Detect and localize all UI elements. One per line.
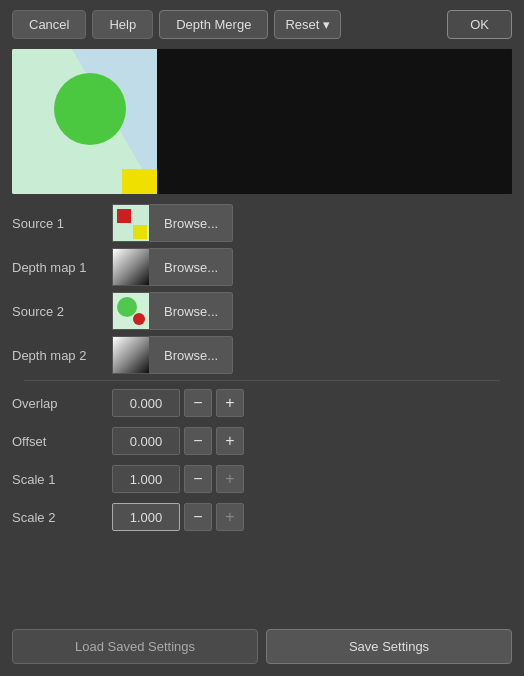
load-settings-button[interactable]: Load Saved Settings (12, 629, 258, 664)
source2-thumbnail (112, 292, 150, 330)
overlap-input[interactable] (112, 389, 180, 417)
offset-input[interactable] (112, 427, 180, 455)
offset-row: Offset − + (12, 423, 512, 459)
source2-label: Source 2 (12, 304, 112, 319)
depthmap2-thumb-canvas (113, 337, 150, 374)
preview-black (157, 49, 512, 194)
depthmap1-browse-group: Browse... (112, 248, 233, 286)
overlap-row: Overlap − + (12, 385, 512, 421)
bottom-bar: Load Saved Settings Save Settings (0, 617, 524, 676)
toolbar: Cancel Help Depth Merge Reset ▾ OK (0, 0, 524, 49)
preview-area (12, 49, 512, 194)
reset-button[interactable]: Reset ▾ (274, 10, 341, 39)
scale2-plus-button[interactable]: + (216, 503, 244, 531)
depthmap2-row: Depth map 2 Browse... (12, 334, 512, 376)
scale1-label: Scale 1 (12, 472, 112, 487)
scale2-input[interactable] (112, 503, 180, 531)
offset-minus-button[interactable]: − (184, 427, 212, 455)
source2-thumb-canvas (113, 293, 150, 330)
divider1 (24, 380, 500, 381)
depthmap1-row: Depth map 1 Browse... (12, 246, 512, 288)
scale2-minus-button[interactable]: − (184, 503, 212, 531)
depthmap1-browse-button[interactable]: Browse... (150, 248, 233, 286)
offset-label: Offset (12, 434, 112, 449)
reset-label: Reset (285, 17, 319, 32)
scale1-minus-button[interactable]: − (184, 465, 212, 493)
preview-canvas (12, 49, 157, 194)
scale1-input[interactable] (112, 465, 180, 493)
scale1-plus-button[interactable]: + (216, 465, 244, 493)
source1-thumbnail (112, 204, 150, 242)
overlap-plus-button[interactable]: + (216, 389, 244, 417)
source2-row: Source 2 Browse... (12, 290, 512, 332)
chevron-down-icon: ▾ (323, 17, 330, 32)
source1-label: Source 1 (12, 216, 112, 231)
ok-button[interactable]: OK (447, 10, 512, 39)
offset-plus-button[interactable]: + (216, 427, 244, 455)
preview-image (12, 49, 157, 194)
source1-browse-button[interactable]: Browse... (150, 204, 233, 242)
depthmap1-label: Depth map 1 (12, 260, 112, 275)
source2-browse-group: Browse... (112, 292, 233, 330)
scale2-label: Scale 2 (12, 510, 112, 525)
depthmap2-thumbnail (112, 336, 150, 374)
toolbar-left: Cancel Help Depth Merge Reset ▾ (12, 10, 341, 39)
scale1-row: Scale 1 − + (12, 461, 512, 497)
controls-panel: Source 1 Browse... Depth map 1 Browse...… (0, 202, 524, 535)
source2-browse-button[interactable]: Browse... (150, 292, 233, 330)
overlap-label: Overlap (12, 396, 112, 411)
depthmap1-thumb-canvas (113, 249, 150, 286)
source1-thumb-canvas (113, 205, 150, 242)
help-button[interactable]: Help (92, 10, 153, 39)
title-label: Depth Merge (159, 10, 268, 39)
depthmap2-browse-button[interactable]: Browse... (150, 336, 233, 374)
source1-browse-group: Browse... (112, 204, 233, 242)
scale2-row: Scale 2 − + (12, 499, 512, 535)
source1-row: Source 1 Browse... (12, 202, 512, 244)
save-settings-button[interactable]: Save Settings (266, 629, 512, 664)
depthmap2-browse-group: Browse... (112, 336, 233, 374)
depthmap1-thumbnail (112, 248, 150, 286)
depthmap2-label: Depth map 2 (12, 348, 112, 363)
cancel-button[interactable]: Cancel (12, 10, 86, 39)
overlap-minus-button[interactable]: − (184, 389, 212, 417)
